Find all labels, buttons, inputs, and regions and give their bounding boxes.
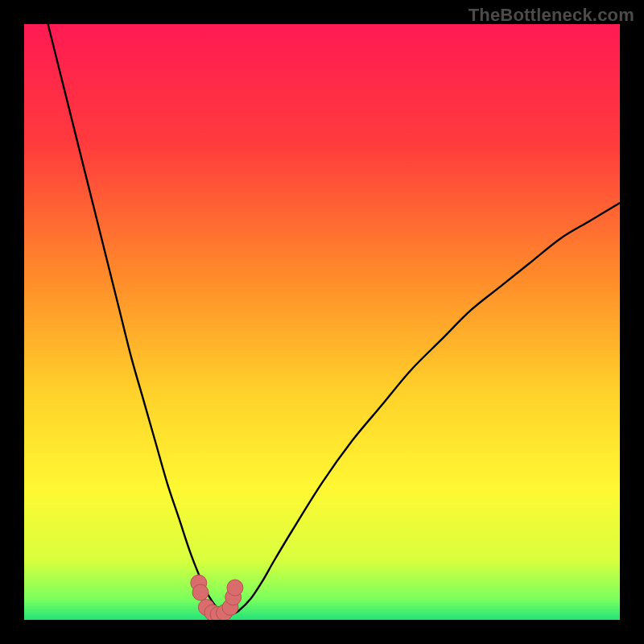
gradient-background bbox=[24, 24, 620, 620]
chart-svg bbox=[24, 24, 620, 620]
valley-marker bbox=[227, 580, 243, 596]
watermark-text: TheBottleneck.com bbox=[469, 5, 634, 26]
plot-area bbox=[24, 24, 620, 620]
valley-marker bbox=[192, 584, 208, 601]
chart-frame: TheBottleneck.com bbox=[0, 0, 644, 644]
